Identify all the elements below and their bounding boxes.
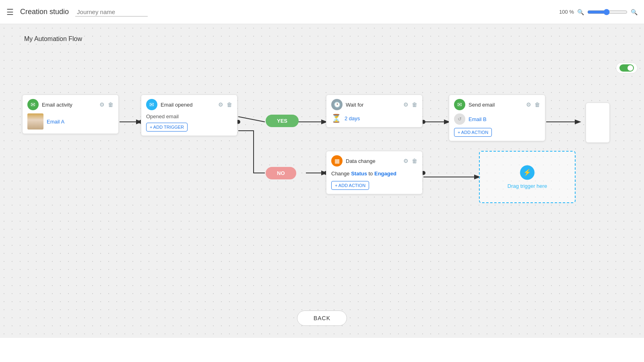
email-b-name: Email B <box>469 116 487 122</box>
delete-icon[interactable]: 🗑 <box>412 158 417 164</box>
add-action-button[interactable]: + ADD ACTION <box>454 128 492 137</box>
node-content: Email A <box>27 113 114 130</box>
drag-trigger-box[interactable]: ⚡ Drag trigger here <box>479 151 576 203</box>
wait-for-node: 🕐 Wait for ⚙ 🗑 ⏳ 2 days <box>326 95 423 128</box>
node-actions: ⚙ 🗑 <box>218 101 232 108</box>
settings-icon[interactable]: ⚙ <box>403 158 409 164</box>
settings-icon[interactable]: ⚙ <box>526 101 531 108</box>
node-content: ⏳ 2 days <box>331 113 417 123</box>
zoom-label: 100 % <box>559 9 574 15</box>
email-activity-icon: ✉ <box>27 99 39 110</box>
node-header: ✉ Email activity ⚙ 🗑 <box>27 99 114 110</box>
zoom-in-icon[interactable]: 🔍 <box>631 9 638 15</box>
node-actions: ⚙ 🗑 <box>99 101 114 108</box>
wait-for-icon: 🕐 <box>331 99 343 110</box>
data-change-title: Data change <box>346 158 376 164</box>
drag-trigger-text: Drag trigger here <box>508 183 547 189</box>
toggle-container <box>616 62 638 74</box>
node-content: Opened email <box>146 113 232 119</box>
node-content: ↺ Email B <box>454 113 540 125</box>
node-content: Change Status to Engaged <box>331 170 417 178</box>
node-actions: ⚙ 🗑 <box>403 101 417 108</box>
node-header: 🕐 Wait for ⚙ 🗑 <box>331 99 417 110</box>
email-opened-title: Email opened <box>161 102 193 108</box>
hourglass-icon: ⏳ <box>331 113 341 123</box>
email-b-thumb: ↺ <box>454 113 465 125</box>
email-opened-node: ✉ Email opened ⚙ 🗑 Opened email + ADD TR… <box>141 95 237 136</box>
email-a-name: Email A <box>47 119 64 125</box>
node-header: ✉ Send email ⚙ 🗑 <box>454 99 540 110</box>
email-activity-title: Email activity <box>42 102 72 108</box>
canvas-title: My Automation Flow <box>24 35 82 43</box>
status-label: Status <box>351 171 367 177</box>
journey-name-input[interactable] <box>75 8 148 16</box>
node-header: ▦ Data change ⚙ 🗑 <box>331 155 417 167</box>
zoom-out-icon[interactable]: 🔍 <box>577 9 584 15</box>
zoom-controls: 100 % 🔍 🔍 <box>559 9 638 15</box>
active-toggle[interactable] <box>619 64 634 72</box>
data-change-icon: ▦ <box>331 155 343 167</box>
delete-icon[interactable]: 🗑 <box>227 101 232 108</box>
menu-icon[interactable]: ☰ <box>6 7 14 17</box>
drag-trigger-icon: ⚡ <box>520 165 535 180</box>
email-activity-node: ✉ Email activity ⚙ 🗑 Email A <box>22 95 119 134</box>
opened-email-text: Opened email <box>146 113 179 119</box>
node-header: ✉ Email opened ⚙ 🗑 <box>146 99 232 110</box>
add-action-button-2[interactable]: + ADD ACTION <box>331 181 369 190</box>
settings-icon[interactable]: ⚙ <box>218 101 223 108</box>
email-opened-icon: ✉ <box>146 99 157 110</box>
data-change-text: Change Status to Engaged <box>331 170 396 178</box>
delete-icon[interactable]: 🗑 <box>108 101 114 108</box>
settings-icon[interactable]: ⚙ <box>99 101 105 108</box>
node-actions: ⚙ 🗑 <box>403 158 417 164</box>
data-change-node: ▦ Data change ⚙ 🗑 Change Status to Engag… <box>326 151 423 194</box>
app-title: Creation studio <box>20 8 69 16</box>
zoom-slider[interactable] <box>587 9 627 15</box>
send-email-node: ✉ Send email ⚙ 🗑 ↺ Email B + ADD ACTION <box>449 95 545 141</box>
send-email-icon: ✉ <box>454 99 465 110</box>
canvas: My Automation Flow <box>0 24 644 338</box>
yes-branch-pill[interactable]: YES <box>266 115 299 127</box>
engaged-label: Engaged <box>374 171 396 177</box>
svg-line-1 <box>238 117 265 122</box>
settings-icon[interactable]: ⚙ <box>403 101 409 108</box>
add-trigger-button[interactable]: + ADD TRIGGER <box>146 123 188 132</box>
no-branch-pill[interactable]: NO <box>266 167 296 179</box>
node-actions: ⚙ 🗑 <box>526 101 540 108</box>
delete-icon[interactable]: 🗑 <box>535 101 540 108</box>
delete-icon[interactable]: 🗑 <box>412 101 417 108</box>
back-button[interactable]: BACK <box>297 311 347 326</box>
wait-days: 2 days <box>345 115 360 121</box>
email-thumbnail <box>27 113 43 130</box>
header: ☰ Creation studio 100 % 🔍 🔍 <box>0 0 644 24</box>
send-email-title: Send email <box>469 102 495 108</box>
wait-for-title: Wait for <box>346 102 363 108</box>
partial-node <box>586 103 610 143</box>
